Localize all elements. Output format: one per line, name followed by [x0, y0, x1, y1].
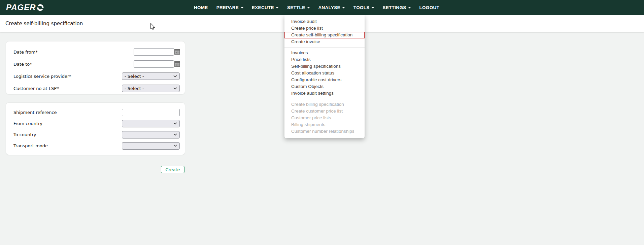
chevron-down-icon	[173, 145, 177, 147]
nav-label: SETTLE	[287, 5, 305, 10]
caret-down-icon	[372, 7, 374, 8]
nav-logout[interactable]: LOGOUT	[419, 5, 440, 10]
circular-arrow-o-icon	[36, 4, 44, 11]
date-from-input[interactable]	[134, 48, 174, 56]
logistics-provider-select[interactable]: - Select -	[122, 72, 180, 80]
menu-item-create-billing-specification-disabled: Create billing specification	[284, 101, 365, 108]
transport-mode-label: Transport mode	[13, 143, 48, 148]
menu-item-self-billing-specifications[interactable]: Self-billing specifications	[284, 63, 365, 70]
form-row-customer-no: Customer no at LSP* - Select -	[6, 82, 185, 94]
logistics-provider-label: Logistics service provider*	[13, 74, 71, 79]
customer-no-select[interactable]: - Select -	[122, 85, 180, 92]
main-nav: HOME PREPARE EXECUTE SETTLE ANALYSE TOOL…	[194, 0, 439, 15]
settle-dropdown-menu: Invoice audit Create price list Create s…	[284, 15, 365, 138]
form-row-from-country: From country	[6, 118, 185, 129]
date-from-label: Date from*	[13, 50, 38, 55]
app-root: PAGER HOME PREPARE EXECUTE SETTLE ANA	[0, 0, 644, 245]
menu-item-invoice-audit-settings[interactable]: Invoice audit settings	[284, 90, 365, 97]
nav-home[interactable]: HOME	[194, 5, 208, 10]
caret-down-icon	[408, 7, 411, 8]
menu-item-billing-shipments-disabled: Billing shipments	[284, 121, 365, 128]
menu-separator	[284, 99, 365, 99]
menu-item-create-price-list[interactable]: Create price list	[284, 25, 365, 32]
nav-analyse[interactable]: ANALYSE	[318, 5, 345, 10]
pagero-logo[interactable]: PAGER	[6, 3, 44, 12]
customer-no-label: Customer no at LSP*	[13, 86, 59, 91]
nav-label: TOOLS	[353, 5, 370, 10]
to-country-select[interactable]	[122, 131, 180, 139]
from-country-select[interactable]	[122, 120, 180, 127]
nav-execute[interactable]: EXECUTE	[252, 5, 279, 10]
top-navbar: PAGER HOME PREPARE EXECUTE SETTLE ANA	[0, 0, 644, 15]
nav-label: ANALYSE	[318, 5, 340, 10]
menu-item-custom-objects[interactable]: Custom Objects	[284, 83, 365, 90]
nav-label: LOGOUT	[419, 5, 440, 10]
form-row-date-from: Date from*	[6, 46, 185, 58]
date-to-label: Date to*	[13, 62, 32, 67]
select-value: - Select -	[125, 86, 144, 91]
select-value: - Select -	[125, 74, 144, 79]
chevron-down-icon	[173, 133, 177, 136]
caret-down-icon	[276, 7, 279, 8]
chevron-down-icon	[173, 87, 177, 90]
form-row-shipment-reference: Shipment reference	[6, 107, 185, 118]
date-from-calendar-button[interactable]	[174, 49, 180, 55]
menu-item-cost-allocation-status[interactable]: Cost allocation status	[284, 70, 365, 76]
transport-mode-select[interactable]	[122, 142, 180, 150]
page-title: Create self-billing specification	[5, 21, 83, 27]
form-row-date-to: Date to*	[6, 58, 185, 70]
nav-label: PREPARE	[216, 5, 239, 10]
menu-item-configurable-cost-drivers[interactable]: Configurable cost drivers	[284, 76, 365, 83]
shipment-reference-input[interactable]	[122, 109, 180, 116]
menu-item-invoice-audit[interactable]: Invoice audit	[284, 18, 365, 25]
chevron-down-icon	[173, 122, 177, 125]
nav-label: SETTINGS	[383, 5, 406, 10]
nav-prepare[interactable]: PREPARE	[216, 5, 243, 10]
caret-down-icon	[307, 7, 310, 8]
menu-item-customer-number-relationships-disabled: Customer number relationships	[284, 128, 365, 135]
nav-settle[interactable]: SETTLE	[287, 5, 310, 10]
form-row-logistics-provider: Logistics service provider* - Select -	[6, 70, 185, 82]
caret-down-icon	[342, 7, 345, 8]
menu-item-create-self-billing-specification[interactable]: Create self-billing specification	[284, 32, 365, 38]
primary-form-panel: Date from* Date to*	[6, 41, 185, 94]
nav-label: HOME	[194, 5, 208, 10]
menu-item-create-invoice[interactable]: Create invoice	[284, 38, 365, 45]
menu-item-customer-price-lists-disabled: Customer price lists	[284, 115, 365, 121]
to-country-label: To country	[13, 132, 36, 137]
calendar-grid-icon	[174, 61, 180, 67]
menu-item-create-customer-price-list-disabled: Create customer price list	[284, 108, 365, 115]
from-country-label: From country	[13, 121, 42, 126]
date-to-input[interactable]	[134, 60, 174, 68]
menu-item-price-lists[interactable]: Price lists	[284, 56, 365, 63]
nav-tools[interactable]: TOOLS	[353, 5, 374, 10]
shipment-reference-label: Shipment reference	[13, 110, 57, 115]
create-button[interactable]: Create	[161, 166, 184, 173]
menu-item-invoices[interactable]: Invoices	[284, 50, 365, 56]
nav-label: EXECUTE	[252, 5, 274, 10]
calendar-grid-icon	[174, 49, 180, 55]
secondary-form-panel: Shipment reference From country To count…	[6, 102, 185, 155]
nav-settings[interactable]: SETTINGS	[383, 5, 411, 10]
logo-text: PAGER	[6, 3, 36, 12]
form-row-transport-mode: Transport mode	[6, 140, 185, 151]
form-row-to-country: To country	[6, 129, 185, 140]
menu-separator	[284, 47, 365, 48]
caret-down-icon	[241, 7, 243, 8]
chevron-down-icon	[173, 75, 177, 78]
date-to-calendar-button[interactable]	[174, 61, 180, 67]
